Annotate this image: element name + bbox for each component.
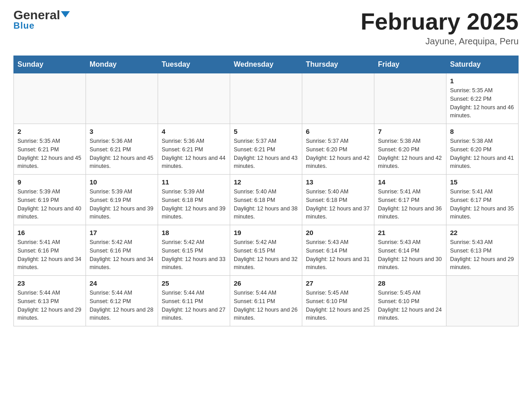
week-row-3: 9Sunrise: 5:39 AM Sunset: 6:19 PM Daylig… [14, 175, 519, 225]
day-number: 22 [450, 229, 515, 236]
title-block: February 2025 Jayune, Arequipa, Peru [360, 9, 519, 47]
day-info: Sunrise: 5:39 AM Sunset: 6:19 PM Dayligh… [17, 188, 82, 221]
calendar-cell [14, 73, 86, 124]
calendar-cell: 14Sunrise: 5:41 AM Sunset: 6:17 PM Dayli… [374, 175, 446, 225]
day-info: Sunrise: 5:41 AM Sunset: 6:16 PM Dayligh… [17, 238, 82, 272]
calendar-cell [302, 73, 374, 124]
day-number: 28 [378, 279, 442, 287]
calendar-cell [374, 73, 446, 124]
day-number: 24 [90, 279, 154, 287]
day-info: Sunrise: 5:37 AM Sunset: 6:21 PM Dayligh… [234, 137, 298, 171]
calendar-cell: 3Sunrise: 5:36 AM Sunset: 6:21 PM Daylig… [86, 124, 158, 175]
calendar-body: 1Sunrise: 5:35 AM Sunset: 6:22 PM Daylig… [14, 73, 519, 326]
month-title: February 2025 [360, 9, 519, 34]
calendar-cell: 15Sunrise: 5:41 AM Sunset: 6:17 PM Dayli… [446, 175, 519, 225]
calendar-cell [230, 73, 302, 124]
day-info: Sunrise: 5:39 AM Sunset: 6:19 PM Dayligh… [90, 188, 154, 221]
calendar-cell [86, 73, 158, 124]
day-info: Sunrise: 5:44 AM Sunset: 6:13 PM Dayligh… [17, 289, 82, 322]
calendar-table: SundayMondayTuesdayWednesdayThursdayFrid… [13, 56, 519, 326]
day-number: 6 [306, 128, 370, 135]
day-number: 4 [162, 128, 226, 135]
calendar-cell: 26Sunrise: 5:44 AM Sunset: 6:11 PM Dayli… [230, 276, 302, 326]
calendar-cell: 20Sunrise: 5:43 AM Sunset: 6:14 PM Dayli… [302, 225, 374, 276]
day-number: 18 [162, 229, 226, 236]
day-number: 9 [17, 178, 82, 186]
day-info: Sunrise: 5:38 AM Sunset: 6:20 PM Dayligh… [450, 137, 515, 171]
day-info: Sunrise: 5:36 AM Sunset: 6:21 PM Dayligh… [162, 137, 226, 171]
calendar-cell: 21Sunrise: 5:43 AM Sunset: 6:14 PM Dayli… [374, 225, 446, 276]
day-header-saturday: Saturday [446, 56, 519, 73]
calendar-cell: 8Sunrise: 5:38 AM Sunset: 6:20 PM Daylig… [446, 124, 519, 175]
calendar-cell: 9Sunrise: 5:39 AM Sunset: 6:19 PM Daylig… [14, 175, 86, 225]
calendar-cell: 17Sunrise: 5:42 AM Sunset: 6:16 PM Dayli… [86, 225, 158, 276]
day-info: Sunrise: 5:40 AM Sunset: 6:18 PM Dayligh… [306, 188, 370, 221]
calendar-cell: 24Sunrise: 5:44 AM Sunset: 6:12 PM Dayli… [86, 276, 158, 326]
day-number: 26 [234, 279, 298, 287]
day-info: Sunrise: 5:41 AM Sunset: 6:17 PM Dayligh… [378, 188, 442, 221]
day-number: 21 [378, 229, 442, 236]
calendar-cell [158, 73, 230, 124]
day-info: Sunrise: 5:35 AM Sunset: 6:21 PM Dayligh… [17, 137, 82, 171]
day-info: Sunrise: 5:44 AM Sunset: 6:11 PM Dayligh… [162, 289, 226, 322]
day-header-thursday: Thursday [302, 56, 374, 73]
day-header-monday: Monday [86, 56, 158, 73]
day-info: Sunrise: 5:44 AM Sunset: 6:11 PM Dayligh… [234, 289, 298, 322]
day-number: 25 [162, 279, 226, 287]
day-number: 16 [17, 229, 82, 236]
day-number: 7 [378, 128, 442, 135]
day-header-tuesday: Tuesday [158, 56, 230, 73]
day-number: 12 [234, 178, 298, 186]
days-of-week-row: SundayMondayTuesdayWednesdayThursdayFrid… [14, 56, 519, 73]
calendar-cell: 10Sunrise: 5:39 AM Sunset: 6:19 PM Dayli… [86, 175, 158, 225]
calendar-cell: 22Sunrise: 5:43 AM Sunset: 6:13 PM Dayli… [446, 225, 519, 276]
week-row-5: 23Sunrise: 5:44 AM Sunset: 6:13 PM Dayli… [14, 276, 519, 326]
logo: General Blue [13, 9, 70, 31]
day-info: Sunrise: 5:43 AM Sunset: 6:14 PM Dayligh… [378, 238, 442, 272]
calendar-cell: 12Sunrise: 5:40 AM Sunset: 6:18 PM Dayli… [230, 175, 302, 225]
logo-blue: Blue [13, 21, 34, 31]
calendar-cell [446, 276, 519, 326]
day-number: 13 [306, 178, 370, 186]
calendar-cell: 23Sunrise: 5:44 AM Sunset: 6:13 PM Dayli… [14, 276, 86, 326]
day-number: 17 [90, 229, 154, 236]
day-number: 5 [234, 128, 298, 135]
day-number: 8 [450, 128, 515, 135]
day-info: Sunrise: 5:41 AM Sunset: 6:17 PM Dayligh… [450, 188, 515, 221]
day-header-wednesday: Wednesday [230, 56, 302, 73]
logo-triangle-icon [61, 11, 70, 17]
location: Jayune, Arequipa, Peru [360, 36, 519, 47]
day-info: Sunrise: 5:43 AM Sunset: 6:13 PM Dayligh… [450, 238, 515, 272]
calendar-cell: 2Sunrise: 5:35 AM Sunset: 6:21 PM Daylig… [14, 124, 86, 175]
day-info: Sunrise: 5:44 AM Sunset: 6:12 PM Dayligh… [90, 289, 154, 322]
day-info: Sunrise: 5:42 AM Sunset: 6:15 PM Dayligh… [162, 238, 226, 272]
calendar-cell: 11Sunrise: 5:39 AM Sunset: 6:18 PM Dayli… [158, 175, 230, 225]
calendar-cell: 16Sunrise: 5:41 AM Sunset: 6:16 PM Dayli… [14, 225, 86, 276]
day-info: Sunrise: 5:43 AM Sunset: 6:14 PM Dayligh… [306, 238, 370, 272]
day-number: 10 [90, 178, 154, 186]
day-number: 27 [306, 279, 370, 287]
day-number: 20 [306, 229, 370, 236]
day-info: Sunrise: 5:38 AM Sunset: 6:20 PM Dayligh… [378, 137, 442, 171]
day-info: Sunrise: 5:40 AM Sunset: 6:18 PM Dayligh… [234, 188, 298, 221]
day-header-sunday: Sunday [14, 56, 86, 73]
calendar-cell: 18Sunrise: 5:42 AM Sunset: 6:15 PM Dayli… [158, 225, 230, 276]
day-number: 2 [17, 128, 82, 135]
week-row-1: 1Sunrise: 5:35 AM Sunset: 6:22 PM Daylig… [14, 73, 519, 124]
day-number: 19 [234, 229, 298, 236]
week-row-4: 16Sunrise: 5:41 AM Sunset: 6:16 PM Dayli… [14, 225, 519, 276]
calendar-cell: 28Sunrise: 5:45 AM Sunset: 6:10 PM Dayli… [374, 276, 446, 326]
day-info: Sunrise: 5:42 AM Sunset: 6:16 PM Dayligh… [90, 238, 154, 272]
calendar-cell: 4Sunrise: 5:36 AM Sunset: 6:21 PM Daylig… [158, 124, 230, 175]
day-info: Sunrise: 5:37 AM Sunset: 6:20 PM Dayligh… [306, 137, 370, 171]
calendar-cell: 27Sunrise: 5:45 AM Sunset: 6:10 PM Dayli… [302, 276, 374, 326]
calendar-cell: 19Sunrise: 5:42 AM Sunset: 6:15 PM Dayli… [230, 225, 302, 276]
day-number: 1 [450, 77, 515, 85]
logo-general: General [13, 9, 70, 21]
calendar-cell: 5Sunrise: 5:37 AM Sunset: 6:21 PM Daylig… [230, 124, 302, 175]
day-number: 11 [162, 178, 226, 186]
day-info: Sunrise: 5:45 AM Sunset: 6:10 PM Dayligh… [378, 289, 442, 322]
calendar-cell: 1Sunrise: 5:35 AM Sunset: 6:22 PM Daylig… [446, 73, 519, 124]
day-number: 14 [378, 178, 442, 186]
day-number: 23 [17, 279, 82, 287]
